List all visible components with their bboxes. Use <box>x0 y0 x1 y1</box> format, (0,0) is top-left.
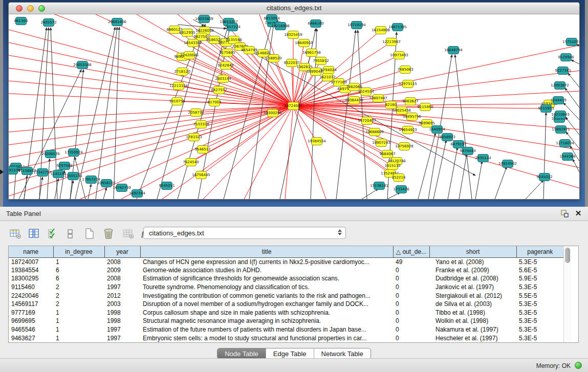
table-cell[interactable]: 1998 <box>104 309 140 317</box>
table-cell[interactable]: 5.5E-5 <box>516 291 563 300</box>
table-cell[interactable]: Structural magnetic resonance image aver… <box>140 317 393 325</box>
table-cell[interactable]: 0 <box>393 317 429 325</box>
table-cell[interactable]: 1 <box>53 334 104 342</box>
column-header[interactable]: △ out_de... <box>393 246 429 257</box>
table-cell[interactable]: 6 <box>53 274 104 283</box>
table-row[interactable]: 977716911998Corpus callosum shape and si… <box>9 309 563 317</box>
graph-edge[interactable] <box>103 188 106 199</box>
table-cell[interactable]: 5.3E-5 <box>516 257 563 266</box>
graph-edge[interactable] <box>433 140 446 199</box>
graph-edge[interactable] <box>336 30 356 199</box>
table-cell[interactable]: 2003 <box>104 300 140 309</box>
table-row[interactable]: 946554611997Estimation of the future num… <box>9 325 563 334</box>
table-cell[interactable]: de Silva et al. (2003) <box>429 300 516 309</box>
table-cell[interactable]: Genome-wide association studies in ADHD. <box>140 266 393 275</box>
table-cell[interactable]: Tibbo et al. (1998) <box>429 309 516 317</box>
table-cell[interactable]: 5.3E-5 <box>516 283 563 292</box>
table-cell[interactable]: 6 <box>53 266 104 275</box>
tab-edge-table[interactable]: Edge Table <box>266 348 314 359</box>
table-cell[interactable]: 2 <box>53 291 104 300</box>
table-cell[interactable]: Disruption of a novel member of a sodium… <box>140 300 393 309</box>
network-window-titlebar[interactable]: citations_edges.txt <box>9 3 579 14</box>
table-cell[interactable]: 9699695 <box>9 317 53 325</box>
table-cell[interactable]: Stergiakouli et al. (2012) <box>429 291 516 300</box>
column-header[interactable]: year <box>104 246 140 257</box>
table-cell[interactable]: Hescheler et al. (1997) <box>429 334 516 342</box>
column-header[interactable]: title <box>140 246 393 257</box>
graph-edge[interactable] <box>47 159 50 199</box>
table-settings-button[interactable] <box>8 226 24 242</box>
divider-arrow-icon[interactable] <box>0 169 4 174</box>
table-cell[interactable]: 5.3E-5 <box>516 309 563 317</box>
table-row[interactable]: 1830029562008Estimation of significance … <box>9 274 563 283</box>
table-cell[interactable]: 5.3E-5 <box>516 334 563 342</box>
table-cell[interactable]: 9777169 <box>9 309 53 317</box>
table-cell[interactable]: 49 <box>393 257 429 266</box>
table-cell[interactable]: 0 <box>393 300 429 309</box>
graph-edge[interactable] <box>418 133 435 199</box>
table-cell[interactable]: 2012 <box>104 291 140 300</box>
table-cell[interactable]: Changes of HCN gene expression and I(f) … <box>140 257 393 266</box>
table-row[interactable]: 969969511998Structural magnetic resonanc… <box>9 317 563 325</box>
graph-edge[interactable] <box>293 45 579 106</box>
table-cell[interactable]: 9115460 <box>9 283 53 292</box>
table-cell[interactable]: 2 <box>53 300 104 309</box>
graph-edge[interactable] <box>448 147 458 199</box>
graph-edge[interactable] <box>475 161 482 199</box>
table-cell[interactable]: Yano et al. (2008) <box>429 257 516 266</box>
graph-edge[interactable] <box>96 27 117 199</box>
table-cell[interactable]: 5.9E-5 <box>516 274 563 283</box>
table-cell[interactable]: 1 <box>53 309 104 317</box>
table-cell[interactable]: 1997 <box>104 283 140 292</box>
graph-edge[interactable] <box>9 106 293 145</box>
column-header[interactable]: in_degree <box>53 246 104 257</box>
table-cell[interactable]: 1997 <box>104 334 140 342</box>
graph-edge[interactable] <box>96 14 293 106</box>
table-row[interactable]: 1456911722003Disruption of a novel membe… <box>9 300 563 309</box>
graph-edge[interactable] <box>455 55 472 199</box>
graph-edge[interactable] <box>285 106 293 199</box>
table-cell[interactable]: 14569117 <box>9 300 53 309</box>
table-cell[interactable]: 0 <box>393 283 429 292</box>
table-cell[interactable]: 19384554 <box>9 266 53 275</box>
table-cell[interactable]: 18724007 <box>9 257 53 266</box>
table-cell[interactable]: 0 <box>393 334 429 342</box>
graph-edge[interactable] <box>88 184 91 199</box>
table-select-dropdown[interactable]: citations_edges.txt <box>143 227 346 239</box>
table-cell[interactable]: 1 <box>53 325 104 334</box>
table-cell[interactable]: 0 <box>393 325 429 334</box>
graph-edge[interactable] <box>571 60 579 64</box>
table-cell[interactable]: 0 <box>393 266 429 275</box>
graph-edge[interactable] <box>568 73 579 89</box>
show-columns-button[interactable] <box>27 226 42 242</box>
graph-edge[interactable] <box>459 154 467 199</box>
memory-status-icon[interactable] <box>575 362 582 369</box>
table-cell[interactable]: Embryonic stem cells: a model to study s… <box>140 334 393 342</box>
column-header[interactable]: name <box>9 246 53 257</box>
table-cell[interactable]: Tourette syndrome. Phenomenology and cla… <box>140 283 393 292</box>
new-table-button[interactable] <box>82 226 97 242</box>
table-row[interactable]: 946362711997Embryonic stem cells: a mode… <box>9 334 563 342</box>
table-cell[interactable]: 2008 <box>104 257 140 266</box>
table-cell[interactable]: 1 <box>53 317 104 325</box>
table-cell[interactable]: 0 <box>393 291 429 300</box>
graph-edge[interactable] <box>565 117 579 136</box>
graph-edge[interactable] <box>526 180 543 199</box>
table-cell[interactable]: 22420046 <box>9 291 53 300</box>
graph-edge[interactable] <box>543 113 546 199</box>
table-row[interactable]: 911546021997Tourette syndrome. Phenomeno… <box>9 283 563 292</box>
graph-edge[interactable] <box>14 171 16 199</box>
graph-edge[interactable] <box>244 106 293 199</box>
table-cell[interactable]: 9465546 <box>9 325 53 334</box>
table-cell[interactable]: 5.6E-5 <box>516 266 563 275</box>
tab-node-table[interactable]: Node Table <box>217 348 266 359</box>
table-cell[interactable]: Franke et al. (2009) <box>429 266 516 275</box>
table-cell[interactable]: 1997 <box>104 325 140 334</box>
table-cell[interactable]: 5.3E-5 <box>516 325 563 334</box>
table-cell[interactable]: Dudbridge et al. (2008) <box>429 274 516 283</box>
table-cell[interactable]: Estimation of significance thresholds fo… <box>140 274 393 283</box>
float-window-icon[interactable] <box>560 209 570 218</box>
table-row[interactable]: 1938455462009Genome-wide association stu… <box>9 266 563 275</box>
delete-table-button[interactable] <box>101 226 117 242</box>
graph-edge[interactable] <box>495 167 507 199</box>
